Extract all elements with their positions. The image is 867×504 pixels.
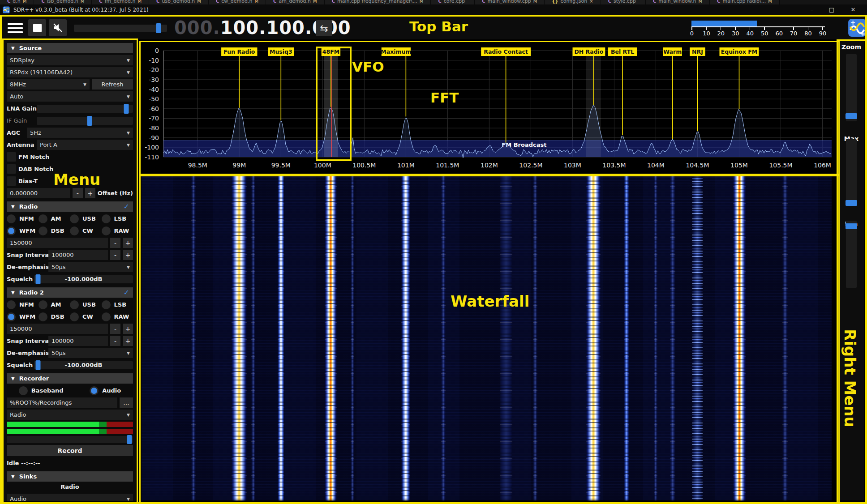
waterfall-signal-streak[interactable] xyxy=(624,175,629,500)
if-gain-slider[interactable] xyxy=(37,117,133,125)
source-bandwidth-dropdown[interactable]: 8MHz▼ xyxy=(7,79,90,90)
lna-gain-slider[interactable] xyxy=(37,105,133,113)
radio-button[interactable] xyxy=(70,300,79,309)
refresh-button[interactable]: Refresh xyxy=(92,79,133,90)
panel-header-radio2[interactable]: ▼ Radio 2 ✓ xyxy=(7,287,133,298)
waterfall-signal-streak[interactable] xyxy=(533,175,537,500)
recorder-mode-baseband[interactable]: Baseband xyxy=(19,385,64,396)
minimize-button[interactable]: – xyxy=(804,4,820,15)
mode-option-dsb[interactable]: DSB xyxy=(39,312,70,322)
recorder-mode-audio[interactable]: Audio xyxy=(90,385,121,396)
mute-button[interactable] xyxy=(49,19,67,36)
radio-button[interactable] xyxy=(39,300,47,309)
waterfall-signal-streak[interactable] xyxy=(325,175,337,500)
offset-minus-button[interactable]: - xyxy=(73,188,83,198)
radio-button[interactable] xyxy=(70,312,79,321)
panel-header-sinks[interactable]: ▼ Sinks xyxy=(7,471,133,482)
agc-dropdown[interactable]: 5Hz▼ xyxy=(27,128,133,138)
radio1-squelch-slider[interactable]: -100.000dB xyxy=(34,275,133,283)
mode-option-lsb[interactable]: LSB xyxy=(102,299,133,310)
waterfall-signal-streak[interactable] xyxy=(586,175,601,500)
waterfall-signal-streak[interactable] xyxy=(351,175,354,500)
antenna-dropdown[interactable]: Port A▼ xyxy=(37,140,133,150)
radio-button[interactable] xyxy=(102,300,111,309)
radio1-snap-input[interactable]: 100000 xyxy=(48,250,108,260)
radio-button[interactable] xyxy=(39,226,47,235)
volume-slider[interactable] xyxy=(74,25,167,32)
waterfall-display[interactable] xyxy=(142,175,832,500)
bias-t-checkbox[interactable] xyxy=(7,176,16,186)
min-slider-handle[interactable] xyxy=(846,223,857,229)
record-button[interactable]: Record xyxy=(7,445,133,456)
radio1-deemphasis-dropdown[interactable]: 50µs▼ xyxy=(48,262,133,272)
radio-button[interactable] xyxy=(70,214,79,223)
mode-option-usb[interactable]: USB xyxy=(70,214,102,224)
recordings-path-input[interactable]: %ROOT%/Recordings xyxy=(7,397,117,408)
editor-tab[interactable]: Ccore.cpp xyxy=(431,0,475,4)
dab-notch-checkbox[interactable] xyxy=(7,164,16,174)
radio-button[interactable] xyxy=(7,214,16,223)
source-samplerate-dropdown[interactable]: Auto▼ xyxy=(7,91,133,102)
sink-type-dropdown[interactable]: Audio▼ xyxy=(7,494,133,501)
mode-option-nfm[interactable]: NFM xyxy=(7,299,39,310)
mode-option-wfm[interactable]: WFM xyxy=(7,312,39,322)
radio-button-selected[interactable] xyxy=(90,386,99,395)
bandwidth-plus-button[interactable]: + xyxy=(123,324,133,334)
zoom-slider[interactable] xyxy=(846,54,857,121)
snap-plus-button[interactable]: + xyxy=(123,250,133,260)
panel-header-radio[interactable]: ▼ Radio ✓ xyxy=(7,201,133,212)
mode-option-am[interactable]: AM xyxy=(39,214,70,224)
fm-notch-checkbox[interactable] xyxy=(7,152,16,162)
vfo-swap-button[interactable]: ⇆ xyxy=(316,20,332,36)
editor-tab[interactable]: Clsb_demod.hM xyxy=(34,0,92,4)
waterfall-signal-streak[interactable] xyxy=(401,175,410,500)
mode-option-cw[interactable]: CW xyxy=(70,226,102,236)
waterfall-signal-streak[interactable] xyxy=(191,175,196,500)
bandwidth-plus-button[interactable]: + xyxy=(123,238,133,248)
waterfall-signal-streak[interactable] xyxy=(232,175,247,500)
mode-option-cw[interactable]: CW xyxy=(70,312,102,322)
source-device-dropdown[interactable]: RSPdx (191106DA42)▼ xyxy=(7,67,133,77)
radio-button-selected[interactable] xyxy=(7,312,16,321)
bandwidth-minus-button[interactable]: - xyxy=(110,324,120,334)
mode-option-am[interactable]: AM xyxy=(39,299,70,310)
fft-click-area[interactable] xyxy=(142,43,835,172)
editor-tab[interactable]: Cmain.cpp frequency_manager\...M xyxy=(325,0,431,4)
offset-input[interactable]: 0.000000 xyxy=(7,188,70,198)
mode-option-lsb[interactable]: LSB xyxy=(102,214,133,224)
close-button[interactable]: ✕ xyxy=(846,4,861,15)
waterfall-signal-streak[interactable] xyxy=(670,175,675,500)
radio-button[interactable] xyxy=(102,312,111,321)
recorder-volume-handle[interactable] xyxy=(127,435,132,444)
browse-button[interactable]: ... xyxy=(120,397,133,408)
mode-option-raw[interactable]: RAW xyxy=(102,226,133,236)
editor-tab[interactable]: Cmain_window.cppM xyxy=(475,0,545,4)
editor-tab[interactable]: Cam_demod.hM xyxy=(266,0,325,4)
editor-tab[interactable]: {}config.json× xyxy=(545,0,601,4)
mode-option-raw[interactable]: RAW xyxy=(102,312,133,322)
min-slider[interactable] xyxy=(846,221,857,288)
lna-gain-handle[interactable] xyxy=(124,104,129,114)
editor-tab[interactable]: Cstyle.cpp xyxy=(601,0,646,4)
waterfall-signal-streak[interactable] xyxy=(441,175,446,500)
waterfall-signal-streak[interactable] xyxy=(500,175,512,500)
mode-option-usb[interactable]: USB xyxy=(70,299,102,310)
mode-option-dsb[interactable]: DSB xyxy=(39,226,70,236)
offset-plus-button[interactable]: + xyxy=(85,188,95,198)
waterfall-signal-streak[interactable] xyxy=(278,175,284,500)
radio-button[interactable] xyxy=(102,226,111,235)
radio-button[interactable] xyxy=(70,226,79,235)
waterfall-signal-streak[interactable] xyxy=(782,175,788,500)
waterfall-signal-streak[interactable] xyxy=(654,175,657,500)
radio2-snap-input[interactable]: 100000 xyxy=(48,336,108,346)
radio2-deemphasis-dropdown[interactable]: 50µs▼ xyxy=(48,348,133,358)
max-slider-handle[interactable] xyxy=(846,200,857,206)
editor-tab[interactable]: Cusb_demod.hM xyxy=(149,0,209,4)
snap-minus-button[interactable]: - xyxy=(110,250,120,260)
radio-button[interactable] xyxy=(39,214,47,223)
source-driver-dropdown[interactable]: SDRplay▼ xyxy=(7,55,133,65)
radio-button-selected[interactable] xyxy=(7,226,16,235)
waterfall-signal-streak[interactable] xyxy=(251,175,255,500)
mode-option-wfm[interactable]: WFM xyxy=(7,226,39,236)
editor-tab[interactable]: Cmain_window.hM xyxy=(646,0,710,4)
